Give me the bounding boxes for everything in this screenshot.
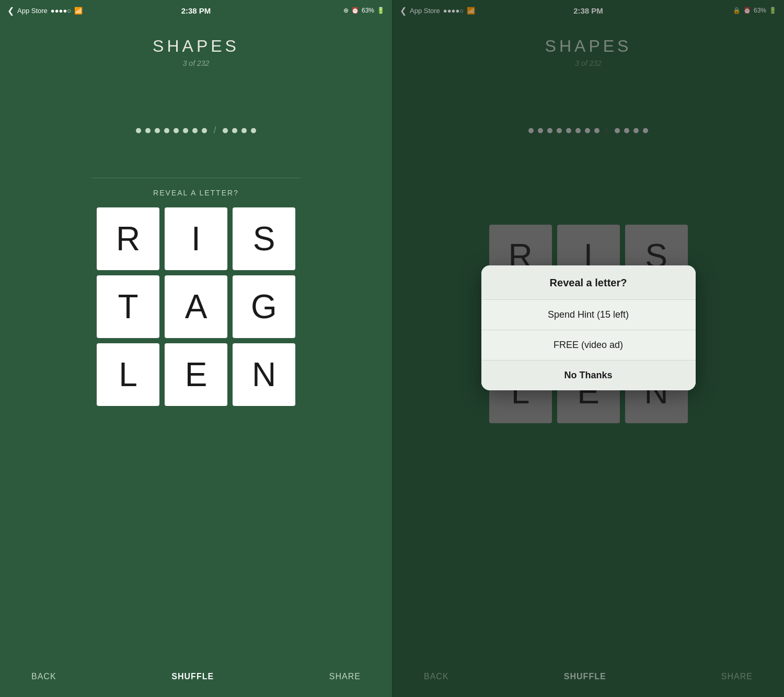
back-button-left[interactable]: BACK [31,672,56,681]
status-left-left: ❮ App Store ●●●●○ 📶 [7,6,83,16]
game-subtitle-left: 3 of 232 [0,59,392,67]
tile-L-left[interactable]: L [97,343,159,406]
dot-3-left [155,128,160,133]
reveal-label-left: REVEAL A LETTER? [0,189,392,197]
letter-grid-left: R I S T A G L E N [97,207,295,406]
slash-left: / [213,125,216,136]
dot-9-left [223,128,228,133]
wifi-icon-left: 📶 [74,7,83,15]
tile-E-left[interactable]: E [165,343,227,406]
status-right-left: ⊕ ⏰ 63% 🔋 [343,7,385,14]
signal-icon-left: ●●●●○ [51,7,71,15]
no-thanks-option[interactable]: No Thanks [481,360,696,390]
dot-5-left [174,128,179,133]
left-screen: ❮ App Store ●●●●○ 📶 2:38 PM ⊕ ⏰ 63% 🔋 SH… [0,0,392,697]
game-title-left: SHAPES [0,37,392,56]
status-bar-left: ❮ App Store ●●●●○ 📶 2:38 PM ⊕ ⏰ 63% 🔋 [0,0,392,21]
status-time-left: 2:38 PM [181,6,211,15]
progress-dots-left: / [0,125,392,136]
reveal-dialog: Reveal a letter? Spend Hint (15 left) FR… [481,265,696,390]
carrier-label-left: App Store [17,7,48,15]
battery-label-left: 63% [362,7,374,14]
tile-T-left[interactable]: T [97,275,159,338]
dialog-title: Reveal a letter? [481,265,696,299]
dialog-overlay: Reveal a letter? Spend Hint (15 left) FR… [393,0,784,697]
dot-1-left [136,128,141,133]
clock-icon-left: ⏰ [351,7,359,14]
tile-R-left[interactable]: R [97,207,159,270]
dot-10-left [232,128,237,133]
tile-A-left[interactable]: A [165,275,227,338]
alarm-icon-left: ⊕ [343,7,349,14]
share-button-left[interactable]: SHARE [329,672,361,681]
tile-I-left[interactable]: I [165,207,227,270]
tile-S-left[interactable]: S [233,207,295,270]
dot-11-left [241,128,247,133]
spend-hint-option[interactable]: Spend Hint (15 left) [481,299,696,330]
bottom-bar-left: BACK SHUFFLE SHARE [0,672,392,697]
dot-2-left [145,128,151,133]
right-screen: ❮ App Store ●●●●○ 📶 2:38 PM 🔒 ⏰ 63% 🔋 SH… [392,0,784,697]
free-video-option[interactable]: FREE (video ad) [481,330,696,360]
tile-N-left[interactable]: N [233,343,295,406]
dot-4-left [164,128,169,133]
tile-G-left[interactable]: G [233,275,295,338]
dot-7-left [192,128,198,133]
divider-left [91,178,301,178]
dot-6-left [183,128,188,133]
dot-8-left [202,128,207,133]
dot-12-left [251,128,256,133]
back-chevron-icon[interactable]: ❮ [7,6,14,16]
battery-icon-left: 🔋 [377,7,385,14]
shuffle-button-left[interactable]: SHUFFLE [171,672,214,681]
